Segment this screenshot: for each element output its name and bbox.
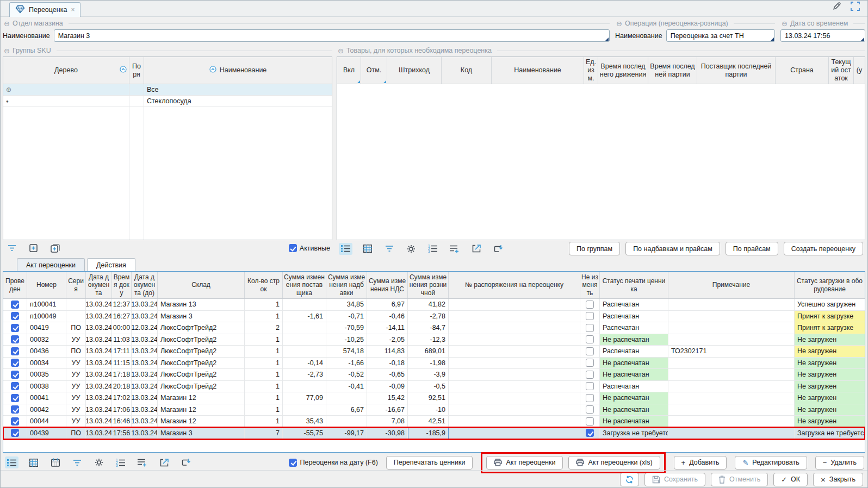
- create-revaluation-button[interactable]: Создать переоценку: [784, 242, 863, 255]
- delete-button[interactable]: − Удалить: [815, 456, 864, 470]
- acts-row[interactable]: 00041УУ13.03.2417:0213.03.24Магазин 1217…: [3, 392, 865, 404]
- acts-header-cell[interactable]: Дата документа (до): [132, 272, 158, 298]
- sku-col-tree[interactable]: Дерево: [3, 57, 129, 84]
- add-button[interactable]: + Добавить: [674, 456, 727, 470]
- acts-header-cell[interactable]: Время доку: [112, 272, 132, 298]
- collapse-icon[interactable]: ⊖: [616, 20, 622, 27]
- datetime-input[interactable]: [780, 29, 865, 42]
- tree-expand-icon[interactable]: ⊕: [6, 86, 11, 93]
- edit-button[interactable]: ✎ Редактировать: [735, 456, 807, 470]
- checkbox-unchecked-icon[interactable]: [586, 417, 594, 426]
- by-groups-button[interactable]: По группам: [569, 242, 620, 255]
- by-markups-prices-button[interactable]: По надбавкам и прайсам: [625, 242, 720, 255]
- checkbox-unchecked-icon[interactable]: [586, 324, 594, 332]
- sku-row[interactable]: ● Стеклопосуда: [3, 96, 332, 107]
- collapse-icon[interactable]: ⊖: [338, 47, 344, 54]
- sku-row[interactable]: ⊕ Все: [3, 84, 332, 96]
- acts-row[interactable]: 00419ПО13.03.2400:0012.03.24ЛюксСофтТрей…: [3, 322, 865, 334]
- settings-gear-icon[interactable]: [92, 456, 106, 468]
- acts-row[interactable]: п10004113.03.2412:3713.03.24Магазин 1313…: [3, 299, 865, 311]
- goods-header-cell[interactable]: Поставщик последней партии: [697, 57, 776, 84]
- checkbox-unchecked-icon[interactable]: [586, 405, 594, 414]
- checkbox-checked-icon[interactable]: [11, 382, 19, 390]
- ok-button[interactable]: ✓ ОК: [773, 473, 808, 486]
- checkbox-checked-icon[interactable]: [11, 429, 19, 437]
- calendar-icon[interactable]: [48, 456, 62, 468]
- checkbox-checked-icon[interactable]: [11, 347, 19, 355]
- sort-up-icon[interactable]: [120, 66, 127, 75]
- add-to-list-icon[interactable]: [135, 456, 149, 468]
- acts-header-cell[interactable]: Проведен: [3, 272, 27, 298]
- filter-icon[interactable]: [70, 456, 84, 468]
- checkbox-unchecked-icon[interactable]: [586, 312, 594, 320]
- save-button[interactable]: Сохранить: [644, 473, 705, 486]
- checkbox-unchecked-icon[interactable]: [586, 335, 594, 343]
- collapse-icon[interactable]: ⊖: [4, 20, 10, 27]
- sort-up-icon[interactable]: [209, 66, 216, 75]
- tab-close-icon[interactable]: ×: [71, 6, 75, 14]
- goods-header-cell[interactable]: Ед. изм.: [584, 57, 598, 84]
- acts-header-cell[interactable]: Дата документа: [86, 272, 112, 298]
- goods-header-cell[interactable]: Наименование: [492, 57, 584, 84]
- acts-header-cell[interactable]: Номер: [27, 272, 66, 298]
- checkbox-checked-icon[interactable]: [11, 359, 19, 367]
- acts-row[interactable]: 00042УУ13.03.2417:0613.03.24Магазин 1216…: [3, 404, 865, 416]
- sku-col-name[interactable]: Наименование: [144, 57, 332, 84]
- checkbox-unchecked-icon[interactable]: [586, 347, 594, 355]
- checkbox-checked-icon[interactable]: [11, 324, 19, 332]
- expand-node-icon[interactable]: [27, 242, 40, 254]
- revaluation-act-button[interactable]: Акт переоценки: [486, 456, 563, 470]
- export-icon[interactable]: [469, 243, 483, 255]
- by-prices-button[interactable]: По прайсам: [726, 242, 778, 255]
- checkbox-checked-icon[interactable]: [11, 394, 19, 402]
- dept-name-input[interactable]: [54, 29, 610, 42]
- goods-header-cell[interactable]: Время последнего движения: [598, 57, 648, 84]
- close-button[interactable]: × Закрыть: [813, 473, 863, 486]
- acts-row[interactable]: 00044УУ13.03.2416:4613.03.24Магазин 1213…: [3, 416, 865, 428]
- cancel-button[interactable]: Отменить: [711, 473, 768, 486]
- acts-header-cell[interactable]: Примечание: [668, 272, 795, 298]
- revaluation-act-xls-button[interactable]: Акт переоценки (xls): [568, 456, 660, 470]
- goods-header-cell[interactable]: Время последней партии: [648, 57, 697, 84]
- checkbox-unchecked-icon[interactable]: [586, 301, 594, 309]
- add-to-list-icon[interactable]: [448, 243, 461, 255]
- goods-header-cell[interactable]: Отм.: [361, 57, 387, 84]
- acts-header-cell[interactable]: Не изменять: [580, 272, 600, 298]
- acts-header-cell[interactable]: Сумма изменения НДС: [367, 272, 408, 298]
- filter-icon[interactable]: [382, 243, 396, 255]
- acts-header-cell[interactable]: № распоряжения на переоценку: [449, 272, 580, 298]
- acts-row[interactable]: 00032УУ13.03.2411:0313.03.24ЛюксСофтТрей…: [3, 334, 865, 346]
- refresh-button[interactable]: [620, 473, 639, 486]
- goods-header-cell[interactable]: Вкл: [337, 57, 361, 84]
- tab-revaluation[interactable]: Переоценка ×: [9, 2, 80, 17]
- acts-row[interactable]: 00439ПО13.03.2417:5613.03.24Магазин 37-5…: [3, 428, 865, 440]
- checkbox-unchecked-icon[interactable]: [586, 382, 594, 390]
- list-view-icon[interactable]: [5, 456, 18, 468]
- checkbox-unchecked-icon[interactable]: [586, 371, 594, 379]
- goods-header-cell[interactable]: Код: [442, 57, 492, 84]
- numbered-list-icon[interactable]: 123: [114, 456, 127, 468]
- tab-actions[interactable]: Действия: [87, 258, 135, 271]
- list-view-icon[interactable]: [339, 243, 352, 255]
- checkbox-checked-icon[interactable]: [289, 459, 297, 467]
- active-checkbox[interactable]: Активные: [289, 244, 330, 252]
- acts-row[interactable]: 00038УУ13.03.2420:1813.03.24ЛюксСофтТрей…: [3, 381, 865, 393]
- checkbox-checked-icon[interactable]: [11, 335, 19, 343]
- revaluations-on-date-checkbox[interactable]: Переоценки на дату (F6): [289, 459, 377, 467]
- acts-header-cell[interactable]: Статус загрузки в оборудование: [795, 272, 865, 298]
- checkbox-checked-icon[interactable]: [11, 301, 19, 309]
- goods-header-cell[interactable]: Текущий остаток: [829, 57, 854, 84]
- checkbox-checked-icon[interactable]: [11, 371, 19, 379]
- refresh-icon[interactable]: [179, 456, 193, 468]
- acts-row[interactable]: 00035УУ13.03.2417:1813.03.24ЛюксСофтТрей…: [3, 369, 865, 381]
- acts-header-cell[interactable]: Склад: [158, 272, 245, 298]
- acts-row[interactable]: 00034УУ13.03.2411:1513.03.24ЛюксСофтТрей…: [3, 358, 865, 370]
- operation-input[interactable]: [666, 29, 775, 42]
- acts-row[interactable]: п10004913.03.2416:2713.03.24Магазин 31-1…: [3, 311, 865, 323]
- checkbox-checked-icon[interactable]: [11, 405, 19, 414]
- collapse-icon[interactable]: ⊖: [4, 47, 10, 54]
- settings-gear-icon[interactable]: [404, 243, 418, 255]
- fullscreen-icon[interactable]: [851, 2, 860, 12]
- filter-icon[interactable]: [5, 242, 18, 254]
- numbered-list-icon[interactable]: 123: [426, 243, 439, 255]
